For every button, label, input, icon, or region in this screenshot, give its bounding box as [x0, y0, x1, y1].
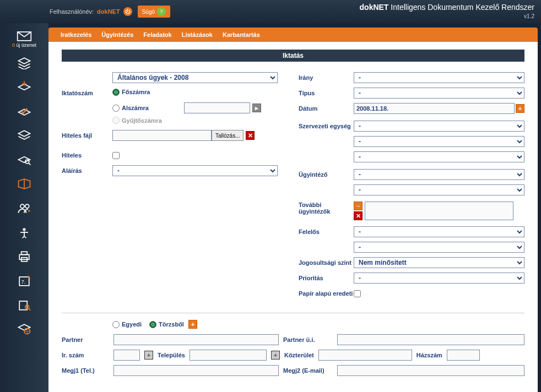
telepules-input[interactable] — [190, 350, 267, 361]
sidebar-globe-icon[interactable] — [4, 317, 44, 341]
prioritas-select[interactable]: - — [354, 273, 524, 284]
date-picker-icon[interactable]: + — [516, 104, 524, 113]
book-select[interactable]: Általános ügyek - 2008 — [112, 72, 278, 83]
megj2-label: Megj2 (E-mail) — [283, 367, 333, 374]
megj2-input[interactable] — [337, 365, 524, 376]
irszam-input[interactable] — [113, 350, 140, 361]
menu-karbantartas[interactable]: Karbantartás — [218, 29, 264, 41]
radio-alszam[interactable] — [112, 105, 120, 112]
app-title: dokNET Intelligens Dokumentum Kezelő Ren… — [360, 3, 534, 12]
sidebar-layers-icon[interactable] — [4, 123, 44, 148]
torzs-add-icon[interactable]: + — [188, 320, 197, 329]
irany-select[interactable]: - — [354, 72, 524, 83]
hitelesfajl-label: Hiteles fájl — [62, 132, 112, 139]
kozterulet-label: Közterület — [284, 352, 314, 358]
username: dokNET — [97, 8, 120, 15]
tipus-label: Típus — [299, 90, 354, 96]
ugyintezo-label: Ügyintéző — [299, 171, 354, 178]
app-version: v1.2 — [524, 13, 534, 19]
prioritas-label: Prioritás — [299, 275, 354, 281]
hiteles-checkbox[interactable] — [112, 152, 120, 159]
irszam-label: Ir. szám — [62, 352, 109, 358]
svg-text:7.: 7. — [21, 279, 25, 285]
hiteles-label: Hiteles — [62, 152, 112, 159]
telepules-lookup-icon[interactable]: + — [271, 351, 280, 360]
alszam-input[interactable] — [184, 102, 250, 113]
sidebar-stack-down-icon[interactable] — [4, 75, 44, 99]
browse-button[interactable]: Tallózás... — [212, 130, 244, 141]
szervezet-label: Szervezeti egység — [299, 123, 354, 129]
partner-label: Partner — [62, 336, 109, 343]
help-icon: ? — [157, 7, 166, 16]
content: Iktatás Általános ügyek - 2008 Iktatószá… — [48, 42, 538, 392]
partnerui-label: Partner ü.i. — [283, 336, 333, 343]
add-ugyintezo-icon[interactable]: → — [354, 202, 363, 210]
sidebar-stack-icon[interactable] — [4, 51, 44, 75]
user-area: Felhasználónév: dokNET ⏻ — [50, 7, 132, 16]
separator — [62, 313, 524, 313]
sidebar-search-icon[interactable] — [4, 148, 44, 172]
jogszint-select[interactable]: Nem minősített — [354, 257, 524, 268]
iktatoszam-label: Iktatószám — [62, 90, 112, 96]
szervezet-select-1[interactable]: - — [354, 121, 524, 132]
sidebar-person-icon[interactable] — [4, 220, 44, 244]
irany-label: Irány — [299, 74, 354, 81]
sidebar-book-search-icon[interactable] — [4, 293, 44, 317]
ugyintezo-select-1[interactable]: - — [354, 169, 524, 180]
radio-torzs[interactable] — [149, 321, 156, 328]
partner-input[interactable] — [113, 334, 279, 345]
file-delete-icon[interactable]: ✕ — [246, 131, 255, 140]
alairas-select[interactable]: - — [112, 165, 278, 176]
irszam-lookup-icon[interactable]: + — [144, 351, 153, 360]
alszam-go-icon[interactable]: ▸ — [252, 104, 261, 112]
felelos-select-2[interactable]: - — [354, 242, 524, 253]
felelos-select-1[interactable]: - — [354, 226, 524, 237]
radio-gyujto — [112, 117, 120, 124]
sidebar-messages[interactable]: 0 új üzenet — [4, 26, 44, 51]
messages-count: 0 új üzenet — [12, 42, 36, 48]
papir-checkbox[interactable] — [354, 290, 361, 297]
tovabbi-list[interactable] — [365, 202, 513, 220]
sidebar-check-icon[interactable] — [4, 99, 44, 123]
menu-ugyintezes[interactable]: Ügyintézés — [97, 29, 138, 41]
telepules-label: Település — [158, 352, 185, 358]
help-button[interactable]: Súgó ? — [138, 6, 170, 18]
sidebar: 0 új üzenet 7. — [0, 23, 48, 392]
szervezet-select-3[interactable]: - — [354, 151, 524, 162]
file-path-input[interactable] — [112, 130, 212, 141]
hazszam-input[interactable] — [447, 350, 480, 361]
help-label: Súgó — [142, 9, 155, 15]
menu-iratkezeles[interactable]: Iratkezelés — [56, 29, 96, 41]
menu-feladatok[interactable]: Feladatok — [139, 29, 176, 41]
sidebar-users-icon[interactable] — [4, 196, 44, 220]
jogszint-label: Jogosultsági szint — [299, 259, 354, 266]
szervezet-select-2[interactable]: - — [354, 136, 524, 147]
sidebar-book-icon[interactable] — [4, 172, 44, 196]
header: Felhasználónév: dokNET ⏻ Súgó ? dokNET I… — [0, 0, 541, 23]
papir-label: Papír alapú eredeti — [299, 290, 354, 297]
radio-foszam[interactable] — [112, 89, 120, 96]
felelos-label: Felelős — [299, 228, 354, 235]
megj1-input[interactable] — [113, 365, 279, 376]
menubar: Iratkezelés Ügyintézés Feladatok Listázá… — [48, 28, 538, 42]
sidebar-calendar-icon[interactable]: 7. — [4, 269, 44, 293]
panel-title: Iktatás — [62, 50, 524, 62]
radio-egyedi[interactable] — [112, 321, 120, 328]
svg-line-3 — [29, 163, 31, 165]
svg-point-5 — [25, 204, 29, 208]
menu-listazasok[interactable]: Listázások — [177, 29, 217, 41]
user-label: Felhasználónév: — [50, 8, 94, 15]
remove-ugyintezo-icon[interactable]: ✕ — [354, 211, 363, 220]
ugyintezo-select-2[interactable]: - — [354, 184, 524, 195]
hazszam-label: Házszám — [416, 352, 442, 358]
kozterulet-input[interactable] — [318, 350, 412, 361]
sidebar-print-icon[interactable] — [4, 244, 44, 269]
svg-point-4 — [20, 204, 24, 208]
svg-point-7 — [23, 228, 25, 231]
logout-icon[interactable]: ⏻ — [123, 7, 132, 16]
datum-input[interactable] — [354, 103, 515, 114]
svg-rect-9 — [21, 252, 28, 254]
datum-label: Dátum — [299, 105, 354, 112]
partnerui-input[interactable] — [337, 334, 524, 345]
tipus-select[interactable]: - — [354, 88, 524, 99]
